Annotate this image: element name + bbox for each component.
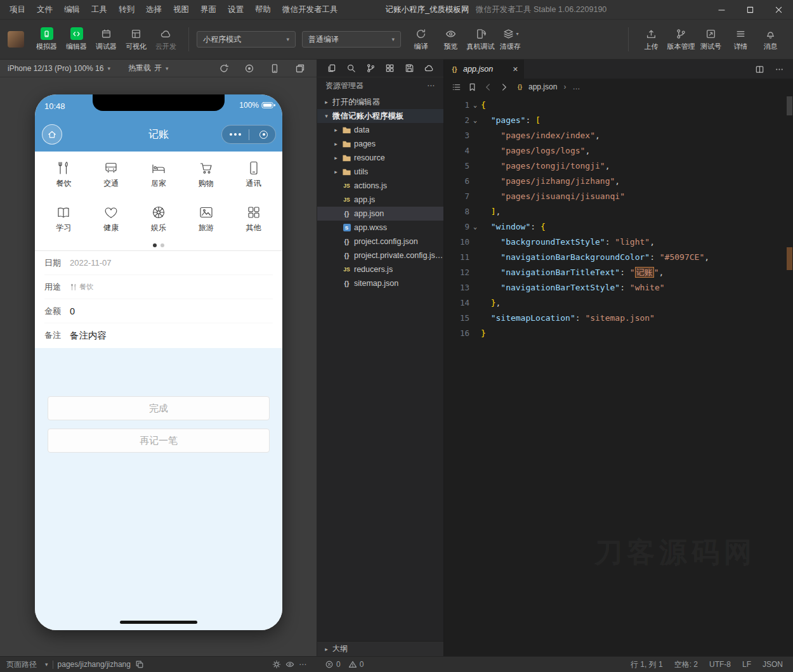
category-item[interactable]: 旅游 — [182, 205, 230, 240]
menu-item[interactable]: 视图 — [167, 0, 195, 19]
copy-path-icon[interactable] — [135, 660, 144, 669]
menu-item[interactable]: 文件 — [31, 0, 58, 19]
more-menu-icon[interactable] — [222, 133, 249, 136]
tree-item-file[interactable]: JSapp.js — [317, 193, 443, 207]
toolbar-item-device-debug[interactable]: 真机调试 — [466, 27, 495, 51]
tab-app-json[interactable]: {} app.json ✕ — [444, 60, 524, 79]
fold-icon[interactable]: ⌄ — [469, 98, 481, 113]
save-icon[interactable] — [405, 63, 414, 73]
toolbar-item-message[interactable]: 消息 — [756, 27, 785, 51]
code-line[interactable]: 5 "pages/tongji/tongji", — [444, 158, 793, 174]
cursor-position[interactable]: 行 1, 列 1 — [631, 659, 663, 670]
code-line[interactable]: 9⌄ "window": { — [444, 219, 793, 235]
more-actions-icon[interactable]: ⋯ — [427, 81, 435, 90]
tree-item-file[interactable]: JSactions.js — [317, 179, 443, 193]
split-editor-icon[interactable] — [755, 65, 764, 74]
tree-item-file[interactable]: Sapp.wxss — [317, 221, 443, 235]
nav-back-icon[interactable] — [483, 82, 493, 92]
code-line[interactable]: 7 "pages/jisuanqi/jisuanqi" — [444, 189, 793, 204]
breadcrumb-file[interactable]: app.json — [528, 82, 557, 91]
windows-icon[interactable] — [295, 63, 305, 74]
code-line[interactable]: 1⌄{ — [444, 98, 793, 113]
form-value-amount[interactable]: 0 — [70, 306, 75, 316]
menu-item[interactable]: 选择 — [140, 0, 167, 19]
warnings-status[interactable]: 0 — [348, 660, 364, 669]
code-line[interactable]: 12 "navigationBarTitleText": "记账", — [444, 265, 793, 280]
form-row-amount[interactable]: 金额0 — [44, 299, 273, 323]
form-value-date[interactable]: 2022-11-07 — [70, 258, 112, 268]
tree-item-file[interactable]: JSreducers.js — [317, 262, 443, 276]
encoding[interactable]: UTF-8 — [709, 660, 731, 669]
menu-item[interactable]: 转到 — [113, 0, 140, 19]
form-row-date[interactable]: 日期2022-11-07 — [44, 251, 273, 275]
nav-forward-icon[interactable] — [499, 82, 509, 92]
category-item[interactable]: 健康 — [88, 205, 135, 240]
outline-section[interactable]: ▸ 大纲 — [317, 641, 443, 656]
eol-type[interactable]: LF — [742, 660, 751, 669]
capsule-menu[interactable] — [221, 125, 276, 144]
fold-icon[interactable]: ⌄ — [469, 113, 481, 128]
tree-item-section[interactable]: ▾微信记账小程序模板 — [317, 109, 443, 123]
code-line[interactable]: 14 }, — [444, 295, 793, 311]
compile-mode-select[interactable]: 普通编译 ▾ — [302, 31, 401, 48]
tree-item-folder[interactable]: ▸utils — [317, 165, 443, 179]
tree-item-file[interactable]: {}sitemap.json — [317, 276, 443, 290]
outline-list-icon[interactable] — [452, 82, 461, 92]
fold-icon[interactable]: ⌄ — [469, 219, 481, 235]
form-value-note[interactable]: 备注内容 — [70, 330, 107, 342]
menu-item[interactable]: 设置 — [222, 0, 249, 19]
category-item[interactable]: 娱乐 — [135, 205, 183, 240]
scrollbar-thumb[interactable] — [787, 96, 792, 115]
code-line[interactable]: 2⌄ "pages": [ — [444, 113, 793, 128]
page-path-label[interactable]: 页面路径 — [6, 659, 37, 670]
tree-item-file[interactable]: {}project.config.json — [317, 235, 443, 249]
language-mode[interactable]: JSON — [763, 660, 783, 669]
editor-more-icon[interactable] — [775, 65, 784, 74]
code-line[interactable]: 10 "backgroundTextStyle": "light", — [444, 235, 793, 250]
bookmark-icon[interactable] — [468, 82, 477, 92]
preview-eye-icon[interactable] — [285, 660, 294, 669]
category-item[interactable]: 购物 — [182, 160, 230, 196]
files-icon[interactable] — [327, 63, 336, 73]
toolbar-item-clear-cache[interactable]: ▾清缓存 — [495, 27, 525, 51]
menu-item[interactable]: 帮助 — [249, 0, 277, 19]
category-item[interactable]: 其他 — [230, 205, 277, 240]
category-item[interactable]: 交通 — [88, 160, 135, 196]
user-avatar[interactable] — [8, 31, 24, 48]
toolbar-item-simulator[interactable]: 模拟器 — [32, 27, 62, 51]
toolbar-item-upload[interactable]: 上传 — [636, 27, 666, 51]
tree-item-folder[interactable]: ▸pages — [317, 137, 443, 151]
tree-item-folder[interactable]: ▸data — [317, 123, 443, 137]
toolbar-item-compile[interactable]: 编译 — [406, 27, 436, 51]
toolbar-item-testid[interactable]: 测试号 — [696, 27, 726, 51]
rotate-icon[interactable] — [219, 63, 229, 74]
category-item[interactable]: 居家 — [135, 160, 183, 196]
form-row-note[interactable]: 备注备注内容 — [44, 323, 273, 347]
finish-button[interactable]: 完成 — [48, 396, 270, 420]
tree-item-file[interactable]: {}project.private.config.js… — [317, 249, 443, 262]
menu-item[interactable]: 工具 — [86, 0, 113, 19]
toolbar-item-version[interactable]: 版本管理 — [666, 27, 696, 51]
close-button[interactable] — [764, 0, 793, 19]
search-icon[interactable] — [346, 63, 356, 73]
category-item[interactable]: 学习 — [40, 205, 88, 240]
hot-reload-toggle[interactable]: 热重载 开 ▾ — [128, 63, 169, 74]
branch-icon[interactable] — [366, 63, 376, 73]
breadcrumb-more[interactable]: … — [572, 82, 580, 91]
record-icon[interactable] — [244, 63, 254, 74]
code-line[interactable]: 6 "pages/jizhang/jizhang", — [444, 174, 793, 189]
code-line[interactable]: 3 "pages/index/index", — [444, 128, 793, 143]
theme-icon[interactable] — [272, 660, 281, 669]
tree-item-file[interactable]: {}app.json — [317, 207, 443, 221]
errors-status[interactable]: 0 — [325, 660, 341, 669]
indentation[interactable]: 空格: 2 — [674, 659, 698, 670]
menu-item[interactable]: 微信开发者工具 — [277, 0, 344, 19]
toolbar-item-visual[interactable]: 可视化 — [121, 27, 151, 51]
code-line[interactable]: 16} — [444, 326, 793, 341]
again-button[interactable]: 再记一笔 — [48, 429, 270, 453]
menu-item[interactable]: 界面 — [195, 0, 222, 19]
code-line[interactable]: 4 "pages/logs/logs", — [444, 143, 793, 158]
maximize-button[interactable] — [736, 0, 764, 19]
close-tab-icon[interactable]: ✕ — [513, 65, 518, 74]
menu-item[interactable]: 编辑 — [58, 0, 86, 19]
